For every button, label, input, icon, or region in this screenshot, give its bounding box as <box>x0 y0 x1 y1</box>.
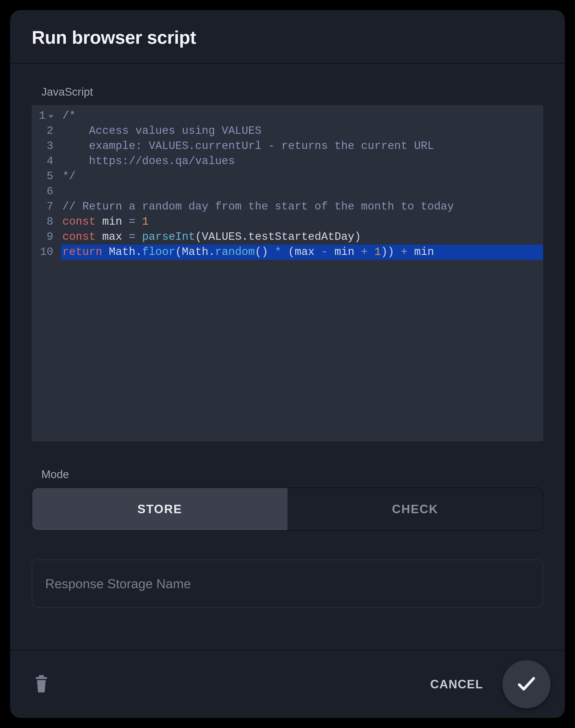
panel-title: Run browser script <box>32 27 543 48</box>
code-line[interactable]: // Return a random day from the start of… <box>61 199 543 214</box>
delete-button[interactable] <box>32 675 51 694</box>
svg-rect-1 <box>39 675 44 677</box>
gutter-line-number: 1 <box>39 108 54 123</box>
editor-gutter: 12345678910 <box>32 105 58 441</box>
code-editor[interactable]: 12345678910 /* Access values using VALUE… <box>32 105 543 441</box>
code-line[interactable]: const min = 1 <box>61 214 543 229</box>
gutter-line-number: 5 <box>39 169 54 184</box>
gutter-line-number: 9 <box>39 229 54 245</box>
gutter-line-number: 6 <box>39 184 54 199</box>
gutter-line-number: 8 <box>39 214 54 229</box>
gutter-line-number: 2 <box>39 123 54 139</box>
code-line[interactable] <box>61 184 543 199</box>
gutter-line-number: 7 <box>39 199 54 214</box>
cancel-button[interactable]: CANCEL <box>430 677 483 691</box>
panel-header: Run browser script <box>10 10 565 64</box>
response-storage-name-input[interactable] <box>32 559 543 608</box>
storage-section <box>32 559 543 608</box>
mode-section: Mode STORECHECK <box>32 468 543 531</box>
panel-footer: CANCEL <box>10 650 565 718</box>
gutter-line-number: 3 <box>39 139 54 154</box>
confirm-button[interactable] <box>502 660 550 708</box>
gutter-line-number: 4 <box>39 154 54 169</box>
gutter-line-number: 10 <box>39 245 54 260</box>
code-line[interactable]: example: VALUES.currentUrl - returns the… <box>61 139 543 154</box>
check-icon <box>516 673 537 696</box>
code-line[interactable]: /* <box>61 108 543 123</box>
code-line[interactable]: return Math.floor(Math.random() * (max -… <box>61 245 543 260</box>
code-line[interactable]: */ <box>61 169 543 184</box>
fold-caret-icon[interactable] <box>48 115 54 118</box>
panel-body: JavaScript 12345678910 /* Access values … <box>10 64 565 650</box>
mode-segmented-control: STORECHECK <box>32 487 543 531</box>
editor-code-area[interactable]: /* Access values using VALUES example: V… <box>58 105 543 441</box>
trash-icon <box>34 675 49 693</box>
code-line[interactable]: const max = parseInt(VALUES.testStartedA… <box>61 229 543 245</box>
mode-label: Mode <box>41 468 543 481</box>
mode-option-check[interactable]: CHECK <box>288 488 543 530</box>
svg-rect-0 <box>36 677 47 679</box>
code-line[interactable]: Access values using VALUES <box>61 123 543 139</box>
code-line[interactable]: https://does.qa/values <box>61 154 543 169</box>
run-browser-script-panel: Run browser script JavaScript 1234567891… <box>10 10 565 718</box>
language-label: JavaScript <box>41 85 543 98</box>
mode-option-store[interactable]: STORE <box>32 488 288 530</box>
